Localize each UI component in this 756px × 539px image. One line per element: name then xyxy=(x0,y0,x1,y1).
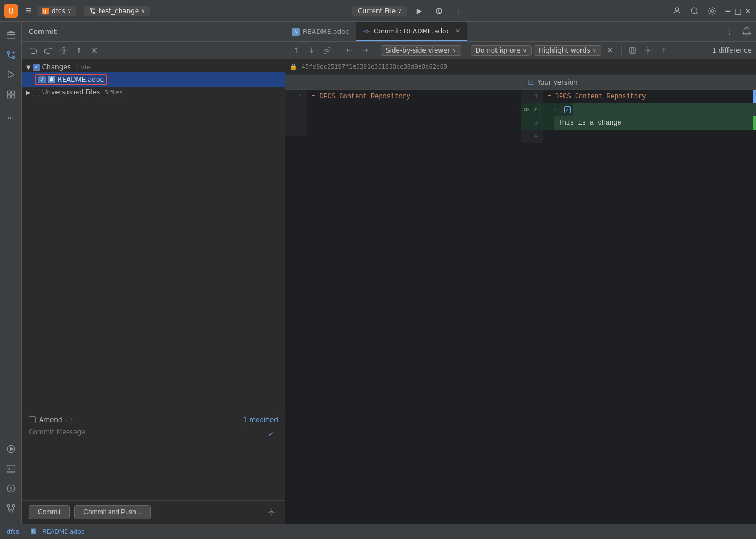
settings-diff-button[interactable] xyxy=(641,44,655,57)
diff-toolbar: ↑ ↓ ← → Side-by-side viewer ∨ Do not ign… xyxy=(285,42,756,59)
sidebar-icon-error[interactable] xyxy=(2,480,20,497)
titlebar-center: Current File ∨ ▶ ⋮ xyxy=(150,3,669,19)
maximize-button[interactable]: □ xyxy=(734,7,742,15)
right-line3-check xyxy=(543,116,554,130)
hamburger-menu[interactable]: ☰ xyxy=(22,4,35,18)
tab-more-button[interactable]: ⋮ xyxy=(722,22,737,41)
amend-text: Amend xyxy=(39,416,63,424)
viewer-mode-chevron-icon: ∨ xyxy=(452,47,456,53)
minimize-button[interactable]: ─ xyxy=(724,7,732,15)
diff-sep-1 xyxy=(338,46,338,55)
undo-button[interactable] xyxy=(26,44,40,57)
unversioned-count: 5 files xyxy=(104,89,122,96)
right-linecontent-1: = DFCS Content Repository xyxy=(543,90,753,103)
highlight-dropdown[interactable]: Highlight words ∨ xyxy=(534,45,601,56)
svg-marker-21 xyxy=(10,447,13,451)
readme-file-item[interactable]: ✓ A README.adoc xyxy=(22,72,285,87)
prev-diff-button[interactable]: ↑ xyxy=(290,44,303,57)
file-tree: ▼ ✓ Changes 1 file ✓ A README.adoc ▶ xyxy=(22,59,285,411)
modified-badge[interactable]: 1 modified xyxy=(243,416,278,424)
commit-hash: 45fd9cc25197f1e0391c301850cc38d9a0b62c68 xyxy=(302,63,447,70)
run-button[interactable]: ▶ xyxy=(411,3,427,19)
arrow-up-button[interactable]: ↑ xyxy=(72,44,86,57)
svg-point-39 xyxy=(647,49,649,52)
notification-icon[interactable] xyxy=(737,22,756,41)
sidebar-icon-git[interactable] xyxy=(2,499,20,517)
commit-gear-icon[interactable] xyxy=(265,506,278,519)
commit-push-button[interactable]: Commit and Push... xyxy=(74,505,150,519)
search-icon[interactable] xyxy=(687,3,702,19)
close-highlight-button[interactable]: ✕ xyxy=(603,44,617,57)
settings-icon[interactable] xyxy=(704,3,720,19)
ignore-dropdown[interactable]: Do not ignore ∨ xyxy=(471,45,532,56)
svg-point-4 xyxy=(93,8,95,10)
right-linenum-1: 1 xyxy=(521,90,543,103)
changes-checkbox[interactable]: ✓ xyxy=(33,64,40,71)
svg-marker-15 xyxy=(8,71,14,78)
sidebar-icon-run-bottom[interactable] xyxy=(2,440,20,458)
sidebar-icon-plugins[interactable] xyxy=(2,86,20,103)
close-panel-button[interactable]: ✕ xyxy=(88,44,101,57)
diff-sep-2 xyxy=(376,46,376,55)
close-button[interactable]: ✕ xyxy=(744,7,752,15)
right-linenum-3: 3 xyxy=(521,116,543,130)
diff-right-button[interactable]: → xyxy=(358,44,371,57)
viewer-mode-dropdown[interactable]: Side-by-side viewer ∨ xyxy=(381,45,461,56)
svg-rect-17 xyxy=(11,91,14,94)
tab-readme[interactable]: A README.adoc xyxy=(285,22,356,41)
left-line-2 xyxy=(285,103,521,114)
diff-count: 1 difference xyxy=(712,47,752,54)
svg-point-12 xyxy=(12,56,15,59)
help-button[interactable]: ? xyxy=(657,44,670,57)
left-linenum-1: 1 xyxy=(285,90,307,103)
commit-check-icon: ✓ xyxy=(268,430,274,438)
current-file-selector[interactable]: Current File ∨ xyxy=(352,6,407,16)
right-linecontent-2 xyxy=(573,103,756,116)
next-diff-button[interactable]: ↓ xyxy=(305,44,318,57)
hash-lock-icon: 🔒 xyxy=(290,63,297,70)
sidebar-icon-run[interactable] xyxy=(2,66,20,83)
svg-point-8 xyxy=(691,8,697,14)
diff-content: 1 = DFCS Content Repository xyxy=(285,75,756,524)
diff-right-code: 1 = DFCS Content Repository ≫ 2 2 ✓ xyxy=(521,90,757,524)
commit-message-input[interactable] xyxy=(29,428,278,494)
readme-checkbox[interactable]: ✓ xyxy=(38,76,46,83)
svg-point-26 xyxy=(9,509,12,512)
sidebar-icon-more[interactable]: ··· xyxy=(2,110,20,127)
branch-selector[interactable]: test_change ∨ xyxy=(84,6,150,16)
project-selector[interactable]: IJ dfcs ∨ xyxy=(37,6,76,16)
left-linecontent-4 xyxy=(307,125,521,136)
diff-hash-bar: 🔒 45fd9cc25197f1e0391c301850cc38d9a0b62c… xyxy=(285,59,756,75)
right-line-4: 4 xyxy=(521,130,757,143)
changes-section-header[interactable]: ▼ ✓ Changes 1 file xyxy=(22,61,285,72)
status-project[interactable]: dfcs xyxy=(7,528,19,535)
eye-button[interactable] xyxy=(57,44,70,57)
svg-point-32 xyxy=(270,511,273,513)
link-button[interactable] xyxy=(320,44,334,57)
svg-text:IJ: IJ xyxy=(43,8,47,13)
highlight-chevron-icon: ∨ xyxy=(593,47,596,53)
diff-left-button[interactable]: ← xyxy=(343,44,356,57)
amend-checkbox[interactable] xyxy=(29,416,36,423)
unversioned-checkbox[interactable] xyxy=(33,89,40,96)
debug-button[interactable] xyxy=(431,3,447,19)
tab-commit[interactable]: Commit: README.adoc ✕ xyxy=(356,22,467,41)
right-linecontent-3: This is a change xyxy=(554,116,753,130)
commit-toolbar: ↑ ✕ xyxy=(22,42,285,59)
sidebar-icon-folder[interactable] xyxy=(2,26,20,44)
commit-button[interactable]: Commit xyxy=(29,505,70,519)
sidebar-icon-terminal[interactable] xyxy=(2,460,20,478)
unversioned-section-header[interactable]: ▶ Unversioned Files 5 files xyxy=(22,87,285,98)
redo-button[interactable] xyxy=(42,44,55,57)
people-icon[interactable] xyxy=(669,3,685,19)
tab-close-icon[interactable]: ✕ xyxy=(455,27,460,35)
tab-commit-label: Commit: README.adoc xyxy=(374,27,450,35)
right-linenum-2: 2 xyxy=(540,103,562,116)
expand-button[interactable] xyxy=(626,44,639,57)
more-actions-button[interactable]: ⋮ xyxy=(451,3,466,19)
sidebar-icon-vcs[interactable] xyxy=(2,46,20,64)
tab-bar: A README.adoc Commit: README.adoc ✕ ⋮ xyxy=(285,22,756,42)
status-file[interactable]: README.adoc xyxy=(42,528,84,535)
main-area: ··· xyxy=(0,22,756,524)
svg-rect-10 xyxy=(7,33,15,39)
